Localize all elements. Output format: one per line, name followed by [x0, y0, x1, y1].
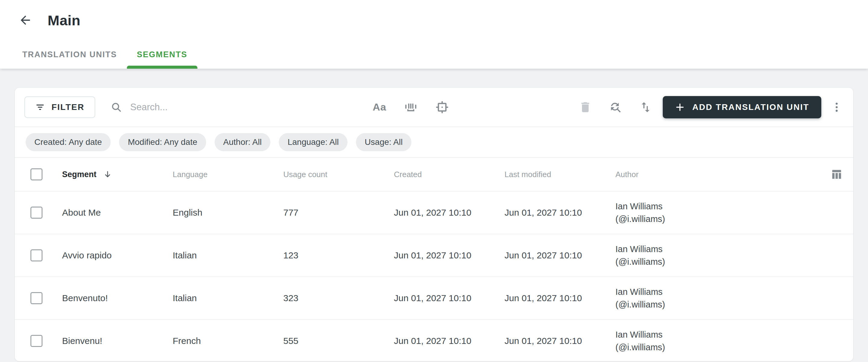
- table-columns-icon: [830, 168, 843, 181]
- match-case-icon: Aa: [373, 101, 386, 113]
- match-case-button[interactable]: Aa: [372, 100, 387, 115]
- author-handle: (@i.williams): [615, 298, 824, 311]
- row-checkbox[interactable]: [30, 335, 42, 347]
- find-replace-icon: [609, 101, 622, 114]
- author-handle: (@i.williams): [615, 212, 824, 225]
- row-checkbox-cell: [15, 250, 62, 261]
- language-cell: Italian: [173, 293, 283, 303]
- whole-word-icon: [404, 100, 418, 114]
- author-cell: Ian Williams (@i.williams): [615, 328, 824, 354]
- focus-frame-button[interactable]: [435, 100, 450, 115]
- row-checkbox-cell: [15, 292, 62, 304]
- author-name: Ian Williams: [615, 328, 824, 341]
- import-export-icon: [639, 101, 652, 114]
- sort-order-button[interactable]: [638, 100, 653, 115]
- tab-translation-units[interactable]: TRANSLATION UNITS: [12, 40, 127, 69]
- author-cell: Ian Williams (@i.williams): [615, 243, 824, 268]
- search-input[interactable]: [130, 102, 333, 112]
- filter-button-label: FILTER: [52, 102, 84, 112]
- search-icon: [110, 101, 122, 113]
- delete-button[interactable]: [578, 100, 593, 115]
- last-modified-cell: Jun 01, 2027 10:10: [504, 336, 615, 346]
- add-translation-unit-button[interactable]: ADD TRANSLATION UNIT: [663, 96, 821, 118]
- created-cell: Jun 01, 2027 10:10: [394, 250, 504, 261]
- row-checkbox[interactable]: [30, 207, 42, 219]
- filter-chips-row: Created: Any date Modified: Any date Aut…: [15, 127, 853, 158]
- app-header: Main TRANSLATION UNITS SEGMENTS: [0, 0, 868, 69]
- author-handle: (@i.williams): [615, 255, 824, 268]
- table-body: About Me English 777 Jun 01, 2027 10:10 …: [15, 192, 853, 361]
- last-modified-cell: Jun 01, 2027 10:10: [504, 293, 615, 303]
- segment-cell: Benvenuto!: [62, 293, 173, 303]
- chip-usage[interactable]: Usage: All: [356, 133, 411, 151]
- table-row[interactable]: Avvio rapido Italian 123 Jun 01, 2027 10…: [15, 234, 853, 277]
- table-row[interactable]: About Me English 777 Jun 01, 2027 10:10 …: [15, 192, 853, 234]
- segments-card: FILTER Aa: [14, 87, 854, 361]
- chip-created[interactable]: Created: Any date: [26, 133, 111, 151]
- title-row: Main: [0, 0, 868, 40]
- column-header-created[interactable]: Created: [394, 170, 504, 179]
- usage-count-cell: 123: [283, 250, 394, 261]
- header-checkbox-cell: [15, 168, 62, 180]
- table-row[interactable]: Benvenuto! Italian 323 Jun 01, 2027 10:1…: [15, 277, 853, 320]
- filter-button[interactable]: FILTER: [24, 96, 95, 118]
- segment-cell: About Me: [62, 207, 173, 218]
- usage-count-cell: 323: [283, 293, 394, 303]
- created-cell: Jun 01, 2027 10:10: [394, 336, 504, 346]
- focus-frame-icon: [435, 100, 449, 114]
- row-checkbox-cell: [15, 207, 62, 219]
- column-label-segment: Segment: [62, 170, 96, 179]
- content-area: FILTER Aa: [0, 69, 868, 361]
- last-modified-cell: Jun 01, 2027 10:10: [504, 207, 615, 218]
- table-row[interactable]: Bienvenu! French 555 Jun 01, 2027 10:10 …: [15, 320, 853, 361]
- more-options-button[interactable]: [829, 100, 844, 115]
- author-cell: Ian Williams (@i.williams): [615, 286, 824, 311]
- created-cell: Jun 01, 2027 10:10: [394, 293, 504, 303]
- tab-segments[interactable]: SEGMENTS: [127, 40, 197, 69]
- usage-count-cell: 777: [283, 207, 394, 218]
- toolbar-actions: [578, 100, 653, 115]
- language-cell: Italian: [173, 250, 283, 261]
- sort-descending-icon: [103, 170, 112, 179]
- toolbar: FILTER Aa: [15, 88, 853, 127]
- chip-modified[interactable]: Modified: Any date: [119, 133, 206, 151]
- search-option-icons: Aa: [372, 100, 450, 115]
- filter-icon: [35, 102, 45, 112]
- kebab-menu-icon: [831, 101, 843, 113]
- column-header-segment[interactable]: Segment: [62, 170, 173, 179]
- row-checkbox[interactable]: [30, 250, 42, 261]
- last-modified-cell: Jun 01, 2027 10:10: [504, 250, 615, 261]
- chip-language[interactable]: Language: All: [279, 133, 347, 151]
- segment-cell: Bienvenu!: [62, 336, 173, 346]
- whole-word-button[interactable]: [403, 100, 418, 115]
- language-cell: French: [173, 336, 283, 346]
- language-cell: English: [173, 207, 283, 218]
- usage-count-cell: 555: [283, 336, 394, 346]
- author-handle: (@i.williams): [615, 341, 824, 354]
- trash-icon: [579, 101, 592, 114]
- segment-cell: Avvio rapido: [62, 250, 173, 261]
- table-header: Segment Language Usage count Created Las…: [15, 158, 853, 192]
- column-header-usage-count[interactable]: Usage count: [283, 170, 394, 179]
- find-replace-button[interactable]: [608, 100, 623, 115]
- column-header-language[interactable]: Language: [173, 170, 283, 179]
- row-checkbox[interactable]: [30, 292, 42, 304]
- author-name: Ian Williams: [615, 243, 824, 255]
- column-settings-button[interactable]: [829, 167, 844, 182]
- column-header-author[interactable]: Author: [615, 170, 824, 179]
- author-name: Ian Williams: [615, 200, 824, 212]
- tab-bar: TRANSLATION UNITS SEGMENTS: [0, 40, 868, 69]
- back-arrow-icon: [19, 13, 32, 27]
- author-name: Ian Williams: [615, 286, 824, 298]
- plus-icon: [675, 102, 685, 112]
- select-all-checkbox[interactable]: [30, 168, 42, 180]
- page-title: Main: [48, 12, 81, 29]
- created-cell: Jun 01, 2027 10:10: [394, 207, 504, 218]
- chip-author[interactable]: Author: All: [215, 133, 271, 151]
- add-button-label: ADD TRANSLATION UNIT: [692, 102, 809, 112]
- column-header-last-modified[interactable]: Last modified: [504, 170, 615, 179]
- back-button[interactable]: [18, 12, 33, 28]
- search-box: [110, 101, 333, 113]
- row-checkbox-cell: [15, 335, 62, 347]
- author-cell: Ian Williams (@i.williams): [615, 200, 824, 225]
